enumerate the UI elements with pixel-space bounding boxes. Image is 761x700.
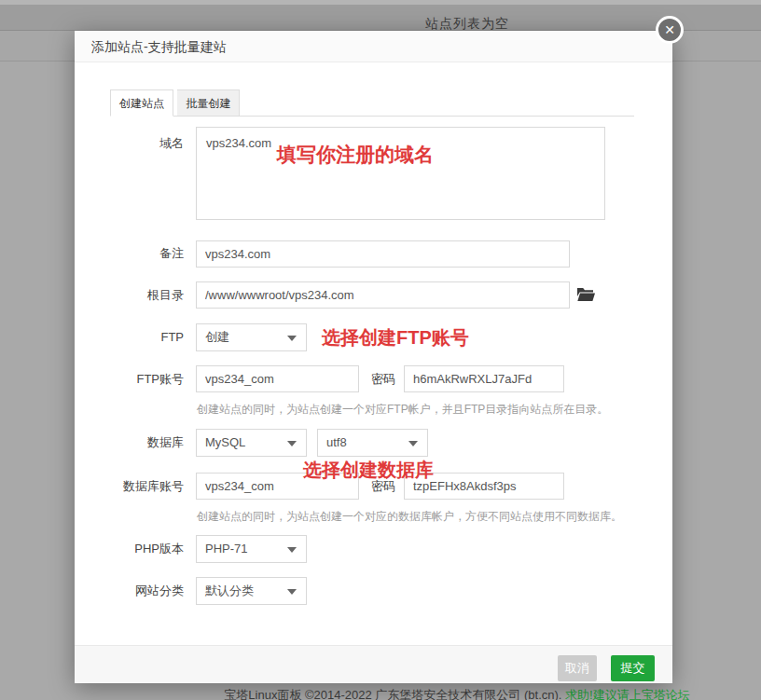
chevron-down-icon bbox=[408, 441, 418, 446]
background-top-bar: 站点列表为空 bbox=[0, 5, 761, 31]
ftp-account-label: FTP账号 bbox=[90, 371, 184, 388]
ftp-account-input[interactable] bbox=[196, 365, 359, 392]
domain-label: 域名 bbox=[90, 135, 184, 152]
rootdir-input[interactable] bbox=[196, 281, 570, 309]
add-site-modal: 添加站点-支持批量建站 ✕ 创建站点 批量创建 域名 填写你注册的域名 备注 根… bbox=[75, 31, 672, 683]
submit-button[interactable]: 提交 bbox=[611, 655, 655, 681]
ftp-select-value: 创建 bbox=[205, 330, 229, 344]
cancel-button[interactable]: 取消 bbox=[558, 655, 597, 681]
copyright-label: 宝塔Linux面板 ©2014-2022 广东堡塔安全技术有限公司 (bt.cn… bbox=[224, 688, 561, 700]
close-icon: ✕ bbox=[664, 22, 675, 37]
php-version-value: PHP-71 bbox=[205, 542, 248, 556]
database-annotation: 选择创建数据库 bbox=[303, 459, 434, 481]
ftp-password-input[interactable] bbox=[404, 365, 564, 392]
tab-create-site[interactable]: 创建站点 bbox=[110, 89, 173, 117]
ftp-password-label: 密码 bbox=[371, 371, 395, 388]
domain-annotation: 填写你注册的域名 bbox=[277, 144, 434, 166]
site-category-select[interactable]: 默认分类 bbox=[196, 577, 307, 605]
php-version-select[interactable]: PHP-71 bbox=[196, 535, 307, 563]
db-help-text: 创建站点的同时，为站点创建一个对应的数据库帐户，方便不同站点使用不同数据库。 bbox=[197, 509, 622, 525]
note-input[interactable] bbox=[196, 240, 570, 268]
modal-title: 添加站点-支持批量建站 bbox=[75, 31, 672, 62]
ftp-annotation: 选择创建FTP账号 bbox=[322, 326, 469, 349]
php-version-label: PHP版本 bbox=[90, 541, 184, 557]
note-label: 备注 bbox=[90, 245, 184, 262]
copyright-text: 宝塔Linux面板 ©2014-2022 广东堡塔安全技术有限公司 (bt.cn… bbox=[224, 687, 689, 700]
domain-textarea[interactable] bbox=[196, 127, 605, 220]
site-category-label: 网站分类 bbox=[90, 583, 184, 599]
ftp-select[interactable]: 创建 bbox=[196, 323, 307, 351]
close-button[interactable]: ✕ bbox=[656, 16, 684, 44]
forum-link[interactable]: 求助!建议请上宝塔论坛 bbox=[565, 688, 690, 700]
db-account-label: 数据库账号 bbox=[90, 478, 184, 495]
db-type-select[interactable]: MySQL bbox=[196, 429, 307, 457]
rootdir-label: 根目录 bbox=[90, 287, 184, 304]
chevron-down-icon bbox=[287, 589, 297, 595]
database-label: 数据库 bbox=[90, 434, 184, 451]
tab-bar: 创建站点 批量创建 bbox=[110, 89, 634, 117]
db-charset-value: utf8 bbox=[326, 435, 347, 449]
modal-footer: 取消 提交 bbox=[75, 645, 672, 683]
chevron-down-icon bbox=[287, 441, 297, 446]
ftp-label: FTP bbox=[90, 329, 184, 346]
tab-batch-create[interactable]: 批量创建 bbox=[177, 89, 240, 117]
site-category-value: 默认分类 bbox=[205, 583, 254, 597]
db-charset-select[interactable]: utf8 bbox=[317, 429, 428, 457]
ftp-help-text: 创建站点的同时，为站点创建一个对应FTP帐户，并且FTP目录指向站点所在目录。 bbox=[197, 402, 608, 418]
folder-icon[interactable] bbox=[575, 285, 596, 304]
db-type-value: MySQL bbox=[205, 435, 245, 449]
chevron-down-icon bbox=[287, 336, 297, 341]
chevron-down-icon bbox=[287, 547, 297, 553]
